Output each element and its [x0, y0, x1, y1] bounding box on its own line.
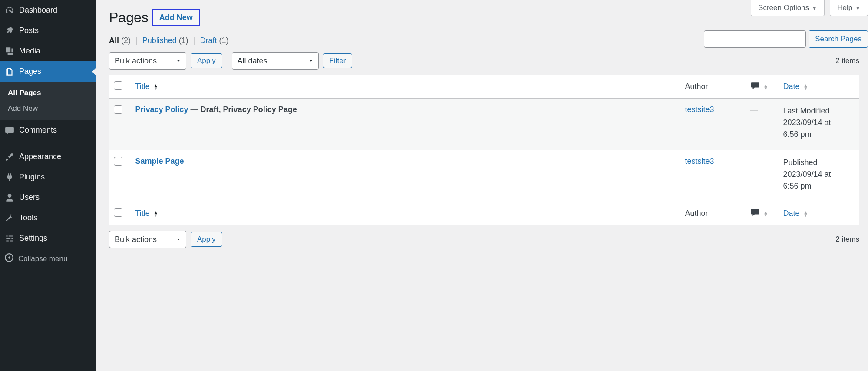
main-content: Screen Options ▼ Help ▼ Pages Add New Al…	[96, 0, 868, 371]
items-count-bottom: 2 items	[835, 235, 859, 244]
search-box: Search Pages	[704, 30, 868, 48]
collapse-menu[interactable]: Collapse menu	[0, 248, 96, 269]
media-icon	[4, 46, 15, 56]
sidebar-item-dashboard[interactable]: Dashboard	[0, 0, 96, 20]
sidebar-item-label: Plugins	[19, 172, 45, 182]
help-label: Help	[837, 3, 852, 12]
sidebar-item-label: Tools	[19, 213, 37, 222]
select-all-checkbox-bottom[interactable]	[114, 208, 122, 217]
sort-icon: ▲▼	[764, 84, 768, 90]
sliders-icon	[4, 233, 15, 244]
search-input[interactable]	[704, 30, 806, 48]
row-checkbox[interactable]	[114, 105, 122, 114]
column-author[interactable]: Author	[681, 75, 746, 99]
pages-icon	[4, 66, 15, 77]
page-title-link[interactable]: Privacy Policy	[135, 105, 188, 114]
sort-icon: ▲▼	[804, 211, 808, 217]
filter-draft[interactable]: Draft (1)	[200, 36, 229, 45]
tablenav-bottom: Bulk actions Apply 2 items	[109, 231, 859, 248]
screen-options-toggle[interactable]: Screen Options ▼	[751, 0, 825, 16]
tablenav-top: Bulk actions Apply All dates Filter 2 it…	[109, 52, 859, 70]
sidebar-item-label: Settings	[19, 234, 47, 243]
page-state: — Draft, Privacy Policy Page	[188, 105, 297, 114]
page-title-link[interactable]: Sample Page	[135, 157, 184, 166]
select-all-checkbox[interactable]	[114, 81, 122, 90]
sidebar-item-posts[interactable]: Posts	[0, 20, 96, 41]
sidebar-item-label: Dashboard	[19, 6, 57, 15]
top-right-tabs: Screen Options ▼ Help ▼	[751, 0, 868, 16]
bulk-actions-select[interactable]: Bulk actions	[109, 52, 186, 70]
admin-sidebar: Dashboard Posts Media Pages All Pages Ad…	[0, 0, 96, 371]
comments-icon	[4, 125, 15, 136]
sidebar-submenu-pages: All Pages Add New	[0, 82, 96, 120]
sidebar-subitem-all-pages[interactable]: All Pages	[0, 85, 96, 101]
sidebar-item-settings[interactable]: Settings	[0, 228, 96, 248]
sidebar-item-pages[interactable]: Pages	[0, 61, 96, 82]
pin-icon	[4, 26, 15, 36]
table-row: Sample Page testsite3 — Published 2023/0…	[109, 150, 859, 202]
plug-icon	[4, 172, 15, 182]
apply-bulk-button-bottom[interactable]: Apply	[191, 232, 222, 247]
bulk-actions-select-bottom[interactable]: Bulk actions	[109, 231, 186, 248]
sort-icon: ▲▼	[154, 84, 158, 90]
apply-bulk-button[interactable]: Apply	[191, 53, 222, 68]
sidebar-item-label: Pages	[19, 67, 41, 76]
row-date: Published 2023/09/14 at 6:56 pm	[779, 150, 859, 202]
sort-icon: ▲▼	[804, 84, 808, 90]
sidebar-item-media[interactable]: Media	[0, 41, 96, 61]
author-link[interactable]: testsite3	[685, 157, 714, 166]
sidebar-item-label: Media	[19, 46, 40, 56]
sidebar-item-label: Posts	[19, 26, 39, 35]
sidebar-item-comments[interactable]: Comments	[0, 120, 96, 140]
date-filter-select[interactable]: All dates	[232, 52, 319, 70]
filter-all[interactable]: All (2)	[109, 36, 131, 45]
help-toggle[interactable]: Help ▼	[830, 0, 868, 16]
comment-icon	[750, 208, 760, 219]
items-count-top: 2 items	[835, 56, 859, 65]
user-icon	[4, 192, 15, 203]
comment-icon	[750, 81, 760, 93]
column-author-footer[interactable]: Author	[681, 202, 746, 225]
sort-icon: ▲▼	[764, 211, 768, 217]
column-comments[interactable]: ▲▼	[746, 75, 779, 99]
row-comments: —	[746, 150, 779, 202]
sidebar-item-appearance[interactable]: Appearance	[0, 146, 96, 167]
row-checkbox[interactable]	[114, 157, 122, 166]
dashboard-icon	[4, 5, 15, 16]
caret-down-icon: ▼	[855, 5, 861, 11]
filter-button[interactable]: Filter	[323, 53, 353, 68]
sidebar-item-tools[interactable]: Tools	[0, 208, 96, 228]
sidebar-item-plugins[interactable]: Plugins	[0, 167, 96, 187]
filter-published[interactable]: Published (1)	[142, 36, 188, 45]
sidebar-item-users[interactable]: Users	[0, 187, 96, 208]
sidebar-item-label: Appearance	[19, 152, 61, 161]
sidebar-item-label: Comments	[19, 126, 57, 135]
column-comments-footer[interactable]: ▲▼	[746, 202, 779, 225]
column-date[interactable]: Date ▲▼	[779, 75, 859, 99]
column-title-footer[interactable]: Title ▲▼	[131, 202, 681, 225]
search-pages-button[interactable]: Search Pages	[809, 30, 868, 48]
caret-down-icon: ▼	[812, 5, 817, 11]
collapse-icon	[4, 253, 14, 265]
page-title: Pages	[109, 10, 149, 26]
column-date-footer[interactable]: Date ▲▼	[779, 202, 859, 225]
sidebar-item-label: Users	[19, 193, 40, 202]
sort-icon: ▲▼	[154, 211, 158, 217]
collapse-label: Collapse menu	[18, 255, 67, 263]
pages-table: Title ▲▼ Author ▲▼ Date ▲▼	[109, 75, 859, 225]
author-link[interactable]: testsite3	[685, 105, 714, 114]
table-row: Privacy Policy — Draft, Privacy Policy P…	[109, 99, 859, 150]
column-title[interactable]: Title ▲▼	[131, 75, 681, 99]
page-header: Pages Add New	[109, 0, 859, 26]
brush-icon	[4, 152, 15, 162]
row-comments: —	[746, 99, 779, 150]
screen-options-label: Screen Options	[758, 3, 809, 12]
row-date: Last Modified 2023/09/14 at 6:56 pm	[779, 99, 859, 150]
add-new-button[interactable]: Add New	[152, 9, 200, 26]
sidebar-subitem-add-new[interactable]: Add New	[0, 101, 96, 116]
wrench-icon	[4, 213, 15, 223]
